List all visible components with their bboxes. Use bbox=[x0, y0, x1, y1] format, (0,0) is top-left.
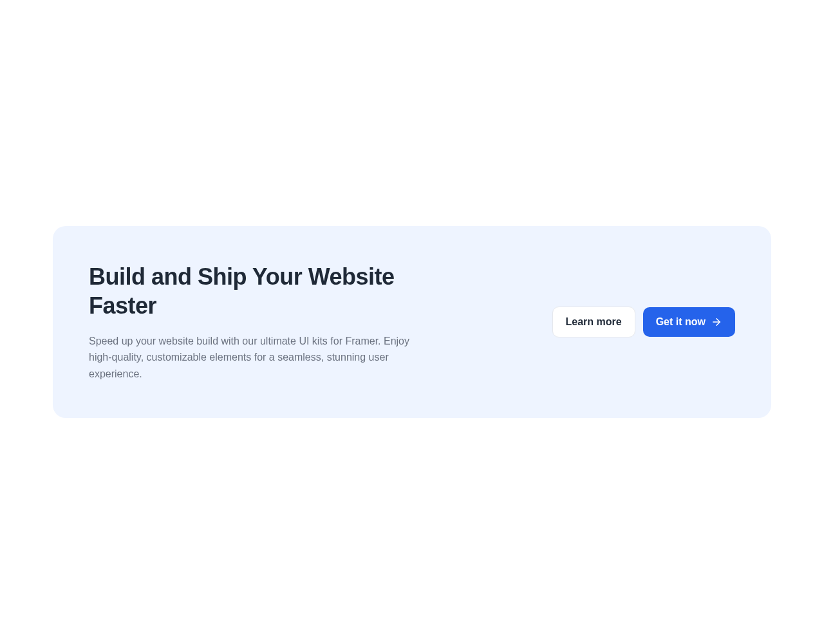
cta-card: Build and Ship Your Website Faster Speed… bbox=[53, 226, 771, 419]
learn-more-label: Learn more bbox=[566, 316, 622, 328]
cta-content: Build and Ship Your Website Faster Speed… bbox=[89, 262, 411, 383]
learn-more-button[interactable]: Learn more bbox=[552, 307, 635, 337]
cta-description: Speed up your website build with our ult… bbox=[89, 333, 411, 383]
get-it-now-button[interactable]: Get it now bbox=[643, 307, 735, 337]
cta-heading: Build and Ship Your Website Faster bbox=[89, 262, 411, 320]
get-it-now-label: Get it now bbox=[656, 316, 706, 328]
cta-buttons: Learn more Get it now bbox=[552, 307, 735, 337]
arrow-right-icon bbox=[711, 316, 722, 328]
